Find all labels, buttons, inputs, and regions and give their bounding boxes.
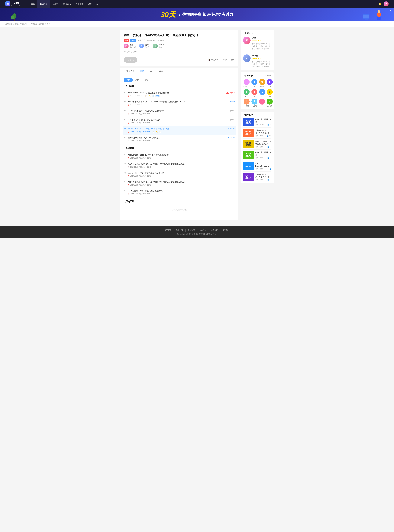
teacher-card-avatar-1: 罗 bbox=[243, 37, 251, 44]
nav-item-home[interactable]: 首页 bbox=[29, 0, 37, 8]
breadcrumb-sep-1: / bbox=[13, 23, 14, 25]
lesson-doc-tag[interactable]: 资料 bbox=[155, 95, 160, 97]
collect-label: 收藏 bbox=[223, 58, 227, 61]
classmate-avatar-5[interactable]: 1 bbox=[244, 89, 249, 95]
footer-link-sitemap[interactable]: 网站地图 bbox=[186, 229, 197, 231]
subtab-offline[interactable]: 面授 bbox=[142, 78, 151, 82]
rec-title-4: 高级电商全线系统大课 bbox=[255, 151, 271, 156]
classmate-name-6: 1567** bbox=[252, 95, 257, 97]
rec-course-item[interactable]: 高级电商全线系统 高级电商全线系统大课 讲师：张小锋 👥 34 bbox=[243, 118, 271, 128]
buy-button[interactable]: 已购买 bbox=[124, 57, 137, 63]
lesson-title-06[interactable]: 跟随千万级项目从0到100全过程高效成长 bbox=[128, 136, 226, 139]
teacher-3-info: 青青平 助教 bbox=[159, 44, 164, 48]
upcoming-live-section: 后续直播 01 Vue Element+Node.js开发企业通用管理后台系统 … bbox=[124, 147, 235, 197]
lesson-title-04[interactable]: Java项目面试实操 提升大厂面试成功率 bbox=[128, 119, 228, 121]
classmate-avatar-10[interactable]: 大 bbox=[251, 99, 258, 104]
subtab-live[interactable]: 直播 bbox=[124, 78, 133, 82]
lesson-05-edit-icon[interactable]: 📋 bbox=[152, 131, 155, 133]
upcoming-title-04[interactable]: Vue全家桶实战 从零独立开发企业级小米电商系统(免费升级Vue3.0) bbox=[128, 181, 235, 183]
lesson-title-02[interactable]: Vue全家桶实战 从零独立开发企业级小米电商系统(免费升级Vue3.0) bbox=[128, 100, 226, 103]
lesson-status-05[interactable]: 查看回放 bbox=[226, 127, 235, 130]
next-page-icon[interactable]: › bbox=[255, 32, 255, 34]
lesson-item: 04 Java项目面试实操 提升大厂面试成功率 ⏰ 2020/02/26 周四 … bbox=[124, 117, 235, 126]
sub-tabs: 直播 录播 面授 bbox=[124, 78, 235, 82]
rec-course-item[interactable]: Vue管理后台 Vue Element+Node.js开发企业通用管理后台系统 … bbox=[243, 162, 271, 172]
classmate-avatar-9[interactable]: 小 bbox=[244, 99, 249, 104]
logo-icon bbox=[5, 1, 10, 6]
classmate-avatar-summers[interactable]: S bbox=[259, 99, 265, 104]
tab-intro[interactable]: 课程介绍 bbox=[124, 68, 137, 75]
upcoming-title-05[interactable]: 从Java后端到全栈，高级电商全栈系统大课 bbox=[128, 190, 235, 192]
upcoming-num-03: 03 bbox=[124, 172, 128, 174]
nav-item-problems[interactable]: 题库 bbox=[86, 0, 94, 8]
upcoming-title-02[interactable]: Vue全家桶实战 从零独立开发企业级小米电商系统(免费升级Vue3.0) bbox=[128, 163, 235, 165]
classmates-sidebar-title: 你的同学 ↻ 换一换 bbox=[243, 74, 271, 77]
rec-course-item[interactable]: 高级电商全线系统 高级电商全线系统大课 讲师：冷峰 👥 40 bbox=[243, 151, 271, 161]
nav-item-public[interactable]: 公开课 bbox=[50, 0, 61, 8]
history-section: 历史回顾 暂无历史回顾课程 bbox=[124, 200, 235, 214]
breadcrumb-series[interactable]: 新媒体营销系列 bbox=[15, 23, 26, 25]
rec-course-item[interactable]: 前端全栈加强版 前端全栈加强版！前端全栈+全周期+多场应用 讲师：岱田 👥 56 bbox=[243, 140, 271, 150]
course-info: 246人已学习 · 有效期至：2019-10-21 bbox=[137, 39, 166, 42]
footer-link-recruit[interactable]: 招资纳士 bbox=[220, 229, 232, 231]
rec-course-item[interactable]: 玩转Java开发工具 玩转Java开发工具，精通JUC，成为开发多面手 讲师：岱… bbox=[243, 173, 271, 181]
subtab-record[interactable]: 录播 bbox=[133, 78, 142, 82]
lesson-icons-01: 📋 ✏️ 📄 资料 bbox=[145, 95, 160, 97]
tab-review[interactable]: 评论 bbox=[147, 68, 156, 75]
share-link[interactable]: ⟨ 分享 bbox=[230, 58, 235, 61]
mobile-watch-link[interactable]: 📱 手机观看 bbox=[208, 58, 218, 61]
nav-item-discover[interactable]: 发现课程 bbox=[37, 0, 50, 8]
lesson-copy-icon[interactable]: 📄 bbox=[152, 95, 154, 97]
classmate-avatar-6[interactable]: 1 bbox=[251, 89, 258, 95]
prev-page-icon[interactable]: ‹ bbox=[249, 32, 250, 34]
collect-link[interactable]: ☆ 收藏 bbox=[221, 58, 227, 61]
breadcrumb-discover[interactable]: 发现课程 bbox=[5, 23, 12, 25]
nav-more[interactable]: ... bbox=[94, 0, 99, 8]
lesson-time-01: ⏰ 今日 10:00-11:00 bbox=[128, 95, 142, 97]
footer-link-disclaimer[interactable]: 免费声明 bbox=[209, 229, 220, 231]
lesson-title-03[interactable]: 从Java后端到全栈，高级电商全栈系统大课 bbox=[128, 110, 228, 112]
user-avatar[interactable]: U bbox=[384, 1, 389, 6]
nav-item-qa[interactable]: 问答社区 bbox=[73, 0, 86, 8]
today-live-title: 今日直播 bbox=[124, 85, 235, 88]
lesson-title-05[interactable]: Vue Element+Node.js开发企业通用管理后台系统 bbox=[128, 127, 226, 130]
breadcrumb-current: 销冠修炼术找定80%的客户 bbox=[30, 23, 50, 25]
rec-info-4: 高级电商全线系统大课 讲师：冷峰 👥 40 bbox=[255, 151, 271, 159]
classmates-refresh-button[interactable]: ↻ 换一换 bbox=[265, 75, 271, 77]
banner-close-button[interactable]: ✕ bbox=[389, 9, 391, 12]
lesson-pencil-icon[interactable]: ✏️ bbox=[148, 95, 151, 97]
classmate-avatar-bill[interactable]: B bbox=[267, 89, 273, 95]
classmate-avatar-charles[interactable]: C bbox=[267, 79, 273, 85]
footer-link-partner[interactable]: 合作伙伴 bbox=[197, 229, 209, 231]
classmate-avatar-7[interactable]: 1 bbox=[259, 89, 265, 95]
course-header-card: 明星中教授课，小学阶段语法100分–强化级第1讲动词（一） 直播 录播 246人… bbox=[120, 30, 238, 66]
lesson-title-01[interactable]: Vue Element+Node.js开发企业通用管理后台系统 bbox=[128, 92, 225, 94]
footer-link-about[interactable]: 关于我们 bbox=[162, 229, 174, 231]
classmate-avatar-1[interactable]: 化 bbox=[244, 79, 249, 85]
svg-rect-3 bbox=[363, 15, 369, 18]
lesson-05-pencil-icon[interactable]: ✏️ bbox=[156, 131, 158, 133]
classmate-name-2: 1567** bbox=[252, 85, 257, 87]
history-empty: 暂无历史回顾课程 bbox=[124, 205, 235, 214]
tab-qa[interactable]: 问答 bbox=[156, 68, 166, 75]
upcoming-title-01[interactable]: Vue Element+Node.js开发企业通用管理后台系统 bbox=[128, 154, 235, 156]
classmate-avatar-12[interactable]: q bbox=[267, 99, 273, 104]
tab-contents[interactable]: 目录 bbox=[137, 68, 147, 75]
main-nav: 首页 发现课程 公开课 新闻资讯 问答社区 题库 ... bbox=[29, 0, 99, 8]
notification-bell-icon[interactable]: 🔔 bbox=[378, 2, 381, 5]
upcoming-time-04: ⏰ 2020/02/26 周四 10:00-11:00 bbox=[128, 184, 235, 186]
classmate-avatar-3[interactable]: 张 bbox=[259, 79, 265, 85]
history-title: 历史回顾 bbox=[124, 200, 235, 203]
rec-sidebar-title: 推荐课程 bbox=[243, 114, 271, 116]
logo[interactable]: 云朵课堂 yunduoketang.com bbox=[5, 1, 23, 6]
classmate-avatar-2[interactable]: 1 bbox=[251, 79, 258, 85]
footer-link-agent[interactable]: 加盟代理 bbox=[174, 229, 186, 231]
nav-item-news[interactable]: 新闻资讯 bbox=[61, 0, 73, 8]
upcoming-title-03[interactable]: 从Java后端到全栈，高级电商全栈系统大课 bbox=[128, 172, 235, 174]
footer: 关于我们 加盟代理 网站地图 合作伙伴 免费声明 招资纳士 Copyright©… bbox=[0, 226, 394, 239]
lesson-edit-icon[interactable]: 📋 bbox=[145, 95, 147, 97]
lesson-status-06[interactable]: 查看回放 bbox=[226, 136, 235, 139]
teacher-sidebar-title: 名师 ‹ 1/10 › bbox=[243, 32, 271, 35]
lesson-05-copy-icon[interactable]: 📄 bbox=[159, 131, 161, 133]
rec-course-item[interactable]: 玩转Java开发工具 玩转Java开发工具，精通JUC，成为开发多面手 讲师：王… bbox=[243, 129, 271, 138]
